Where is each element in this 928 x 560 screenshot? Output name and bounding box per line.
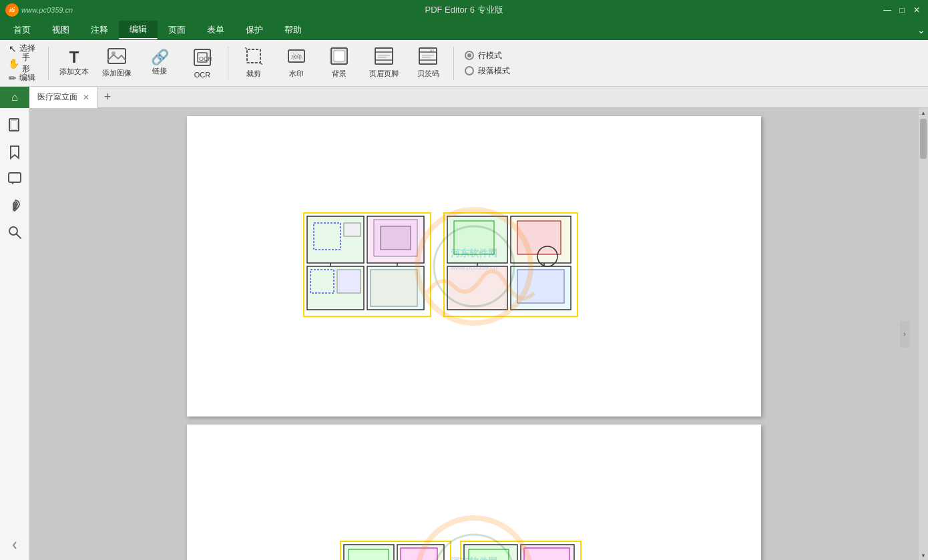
floor-plan-svg-1 <box>294 210 654 323</box>
link-label: 链接 <box>152 66 167 76</box>
maximize-button[interactable]: □ <box>896 4 908 16</box>
ocr-label: OCR <box>194 71 210 79</box>
add-image-icon <box>107 48 126 67</box>
sidebar-attachments-icon[interactable] <box>3 194 27 218</box>
scroll-thumb[interactable] <box>920 119 927 159</box>
sidebar-search-icon[interactable] <box>3 220 27 244</box>
scroll-down-arrow[interactable]: ▼ <box>919 551 928 560</box>
floor-plan-1: 河东软件网 www.pc0359.cn <box>187 116 761 416</box>
bates-label: 贝茨码 <box>417 69 439 79</box>
app-logo-icon: iti <box>5 3 19 17</box>
expand-arrow[interactable]: ⌄ <box>917 25 925 35</box>
right-panel-collapse[interactable]: › <box>900 321 909 348</box>
pdf-page-1: 河东软件网 www.pc0359.cn <box>187 116 761 416</box>
bates-button[interactable]: 123 贝茨码 <box>408 43 448 83</box>
svg-rect-67 <box>401 548 437 560</box>
scroll-up-arrow[interactable]: ▲ <box>919 108 928 117</box>
link-button[interactable]: 🔗 链接 <box>140 43 180 83</box>
separator-2 <box>228 47 228 80</box>
svg-text:OCR: OCR <box>199 55 212 62</box>
add-text-label: 添加文本 <box>59 67 89 77</box>
sidebar-collapse-arrow[interactable] <box>11 539 19 555</box>
add-image-button[interactable]: 添加图像 <box>97 43 137 83</box>
document-tab-1[interactable]: 医疗室立面 ✕ <box>29 87 98 108</box>
svg-marker-29 <box>11 182 14 185</box>
ocr-icon: OCR <box>193 48 212 69</box>
minimize-button[interactable]: — <box>881 4 893 16</box>
window-title: PDF Editor 6 专业版 <box>425 4 503 16</box>
content-area: 河东软件网 www.pc0359.cn <box>29 108 919 560</box>
svg-rect-38 <box>344 223 361 236</box>
pdf-page-2: 河东软件网 www.pc0359.cn <box>187 425 761 560</box>
svg-rect-44 <box>337 270 361 293</box>
svg-rect-14 <box>375 48 393 64</box>
svg-line-31 <box>16 234 21 239</box>
crop-button[interactable]: 裁剪 <box>234 43 274 83</box>
watermark-button[interactable]: 水印 水印 <box>276 43 316 83</box>
tab-bar: ⌂ 医疗室立面 ✕ + <box>0 87 928 108</box>
svg-line-7 <box>260 63 262 65</box>
background-icon <box>330 47 348 67</box>
sidebar-pages-icon[interactable] <box>3 113 27 137</box>
title-bar: iti www.pc0359.cn PDF Editor 6 专业版 — □ ✕ <box>0 0 928 20</box>
edit-tool[interactable]: ✏ 编辑 <box>5 71 39 85</box>
sidebar-comments-icon[interactable] <box>3 167 27 191</box>
bates-icon: 123 <box>419 47 437 67</box>
separator-1 <box>48 47 49 80</box>
svg-rect-75 <box>469 549 509 560</box>
svg-rect-27 <box>11 120 17 129</box>
background-button[interactable]: 背景 <box>319 43 359 83</box>
header-footer-button[interactable]: 页眉页脚 <box>362 43 405 83</box>
ocr-button[interactable]: OCR OCR <box>182 43 222 83</box>
svg-line-6 <box>245 47 247 49</box>
row-mode-option[interactable]: 行模式 <box>465 50 510 61</box>
background-label: 背景 <box>332 69 346 79</box>
svg-rect-76 <box>524 548 569 560</box>
doc-tab-label: 医疗室立面 <box>37 91 77 103</box>
doc-tab-close[interactable]: ✕ <box>83 93 89 102</box>
watermark-label: 水印 <box>289 69 304 79</box>
sidebar-bookmarks-icon[interactable] <box>3 140 27 164</box>
svg-rect-5 <box>247 49 260 63</box>
svg-rect-13 <box>334 51 344 61</box>
brand-logo: iti www.pc0359.cn <box>5 3 73 17</box>
header-footer-icon <box>375 47 393 67</box>
floor-plan-svg-2 <box>334 538 614 560</box>
svg-rect-54 <box>517 270 564 303</box>
svg-text:水印: 水印 <box>291 54 302 60</box>
separator-3 <box>453 47 454 80</box>
main-area: 河东软件网 www.pc0359.cn <box>0 108 928 560</box>
menu-item-form[interactable]: 表单 <box>196 21 235 39</box>
svg-rect-51 <box>454 221 494 254</box>
menu-bar: 首页 视图 注释 编辑 页面 表单 保护 帮助 ⌄ <box>0 20 928 40</box>
left-sidebar <box>0 108 29 560</box>
toolbar: ↖ 选择 ✋ 手形 ✏ 编辑 T 添加文本 添加图像 🔗 链接 <box>0 40 928 87</box>
mode-options: 行模式 段落模式 <box>465 50 510 77</box>
crop-label: 裁剪 <box>246 69 261 79</box>
svg-text:123: 123 <box>429 49 434 52</box>
home-tab[interactable]: ⌂ <box>0 87 29 108</box>
svg-rect-49 <box>447 266 507 310</box>
menu-item-edit[interactable]: 编辑 <box>119 21 158 39</box>
add-tab-button[interactable]: + <box>98 88 117 107</box>
header-footer-label: 页眉页脚 <box>369 69 399 79</box>
paragraph-mode-option[interactable]: 段落模式 <box>465 65 510 77</box>
menu-item-protect[interactable]: 保护 <box>235 21 274 39</box>
menu-item-page[interactable]: 页面 <box>158 21 196 39</box>
svg-rect-40 <box>381 226 411 250</box>
window-controls: — □ ✕ <box>881 4 923 16</box>
paragraph-mode-radio[interactable] <box>465 66 474 75</box>
brand-url: www.pc0359.cn <box>21 6 73 14</box>
svg-rect-45 <box>371 270 417 306</box>
add-image-label: 添加图像 <box>102 68 132 78</box>
add-text-button[interactable]: T 添加文本 <box>54 43 94 83</box>
menu-item-home[interactable]: 首页 <box>3 21 41 39</box>
svg-rect-28 <box>9 173 21 182</box>
menu-item-help[interactable]: 帮助 <box>274 21 312 39</box>
menu-item-view[interactable]: 视图 <box>41 21 80 39</box>
menu-item-comment[interactable]: 注释 <box>80 21 119 39</box>
hand-tool[interactable]: ✋ 手形 <box>5 57 39 70</box>
close-button[interactable]: ✕ <box>911 4 923 16</box>
row-mode-radio[interactable] <box>465 51 474 60</box>
crop-icon <box>245 47 262 67</box>
